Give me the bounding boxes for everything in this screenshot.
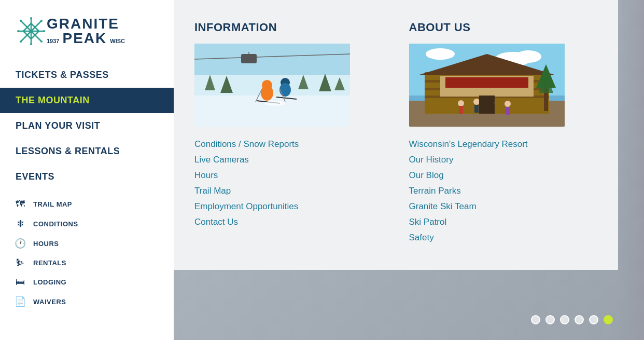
bed-icon: 🛏 [15,277,26,288]
doc-icon: 📄 [15,296,26,307]
about-column: ABOUT US [409,21,593,244]
trail-map-label: TRAIL MAP [33,200,72,208]
nav-item-plan[interactable]: PLAN YOUR VISIT [0,113,174,139]
link-our-blog[interactable]: Our Blog [409,169,593,182]
dropdown-panel: INFORMATION [174,0,618,270]
waivers-label: WAIVERS [33,298,66,306]
svg-rect-62 [479,96,495,114]
sidebar-item-hours[interactable]: 🕐 HOURS [0,234,174,253]
carousel-dots [531,315,613,324]
svg-point-33 [279,83,291,97]
information-links: Conditions / Snow Reports Live Cameras H… [194,138,378,228]
svg-point-17 [20,20,22,22]
svg-point-30 [261,85,273,101]
clock-icon: 🕐 [15,238,26,249]
carousel-dot-4[interactable] [575,315,584,324]
svg-point-16 [43,30,45,32]
logo-granite: GRANITE [47,17,125,31]
svg-rect-55 [459,106,463,114]
link-live-cameras[interactable]: Live Cameras [194,154,378,166]
link-contact-us[interactable]: Contact Us [194,216,378,228]
svg-rect-38 [241,54,257,63]
main-content: INFORMATION [174,0,644,340]
svg-point-14 [30,43,32,45]
svg-point-18 [40,40,43,43]
right-edge-overlay [618,0,644,340]
sidebar-item-waivers[interactable]: 📄 WAIVERS [0,292,174,311]
svg-point-44 [426,48,455,60]
carousel-dot-3[interactable] [560,315,569,324]
svg-point-40 [264,101,285,106]
main-nav: TICKETS & PASSES THE MOUNTAIN PLAN YOUR … [0,62,174,189]
svg-point-15 [17,30,19,32]
nav-item-lessons[interactable]: LESSONS & RENTALS [0,139,174,164]
link-ski-patrol[interactable]: Ski Patrol [409,216,593,228]
rentals-label: RENTALS [33,259,66,267]
link-conditions-snow[interactable]: Conditions / Snow Reports [194,138,378,151]
svg-rect-53 [445,89,528,96]
sidebar-icons: 🗺 TRAIL MAP ❄ CONDITIONS 🕐 HOURS ⛷ RENTA… [0,195,174,311]
sidebar-item-conditions[interactable]: ❄ CONDITIONS [0,214,174,234]
svg-point-60 [505,101,511,107]
carousel-dot-6[interactable] [604,315,613,324]
svg-point-56 [473,99,480,105]
svg-rect-61 [506,107,510,115]
link-our-history[interactable]: Our History [409,154,593,166]
svg-point-43 [515,50,541,63]
svg-point-13 [30,17,32,19]
link-granite-ski-team[interactable]: Granite Ski Team [409,200,593,213]
information-column: INFORMATION [194,21,378,244]
sidebar-item-trail-map[interactable]: 🗺 TRAIL MAP [0,195,174,214]
link-terrain-parks[interactable]: Terrain Parks [409,185,593,197]
logo-text: GRANITE 1937 PEAK WISC [47,17,125,46]
svg-rect-23 [194,96,350,127]
snow-icon: ❄ [15,218,26,229]
link-safety[interactable]: Safety [409,232,593,244]
svg-point-54 [458,100,464,106]
svg-point-19 [40,20,43,22]
svg-point-12 [30,30,33,33]
link-hours[interactable]: Hours [194,169,378,182]
logo-peak: PEAK [62,31,107,46]
svg-rect-52 [445,77,528,88]
carousel-dot-2[interactable] [545,315,555,324]
sidebar-item-lodging[interactable]: 🛏 LODGING [0,273,174,292]
sidebar: GRANITE 1937 PEAK WISC TICKETS & PASSES … [0,0,174,340]
ski-image [194,44,350,127]
svg-point-20 [20,40,22,43]
link-trail-map[interactable]: Trail Map [194,185,378,197]
hours-label: HOURS [33,240,59,248]
svg-rect-57 [474,105,479,113]
nav-item-events[interactable]: EVENTS [0,164,174,189]
lodge-image [409,44,565,127]
information-heading: INFORMATION [194,21,378,34]
logo-year: 1937 [47,38,59,44]
link-legendary-resort[interactable]: Wisconsin's Legendary Resort [409,138,593,151]
nav-item-tickets[interactable]: TICKETS & PASSES [0,62,174,88]
carousel-dot-5[interactable] [589,315,598,324]
conditions-label: CONDITIONS [33,220,78,228]
link-employment[interactable]: Employment Opportunities [194,200,378,213]
logo-wisc: WISC [110,38,125,44]
about-heading: ABOUT US [409,21,593,34]
logo-area: GRANITE 1937 PEAK WISC [0,10,174,57]
ski-icon: ⛷ [15,257,26,268]
lodge-image-container [409,44,565,127]
lodging-label: LODGING [33,278,66,286]
nav-item-mountain[interactable]: THE MOUNTAIN [0,88,174,113]
about-links: Wisconsin's Legendary Resort Our History… [409,138,593,244]
map-icon: 🗺 [15,199,26,210]
carousel-dot-1[interactable] [531,315,540,324]
snowflake-icon [16,16,47,47]
ski-image-container [194,44,350,127]
sidebar-item-rentals[interactable]: ⛷ RENTALS [0,253,174,273]
